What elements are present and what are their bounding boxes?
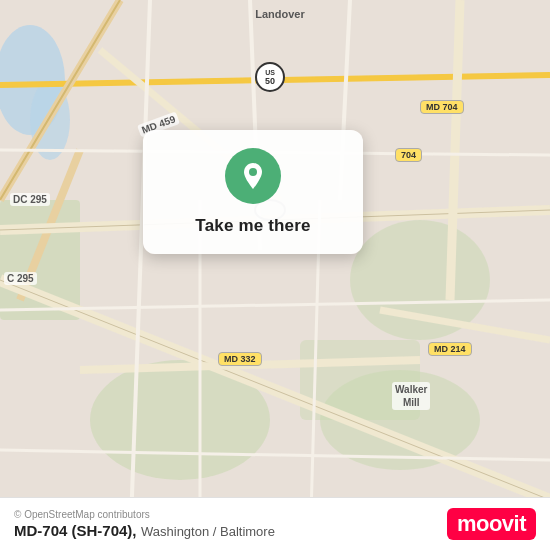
walker-mill-label: WalkerMill bbox=[392, 382, 430, 410]
moovit-logo: moovit bbox=[447, 508, 536, 540]
pin-icon bbox=[225, 148, 281, 204]
bottom-bar: © OpenStreetMap contributors MD-704 (SH-… bbox=[0, 497, 550, 550]
md214-badge: MD 214 bbox=[428, 342, 472, 356]
bottom-left: © OpenStreetMap contributors MD-704 (SH-… bbox=[14, 509, 275, 540]
copyright-text: © OpenStreetMap contributors bbox=[14, 509, 275, 520]
location-card: Take me there bbox=[143, 130, 363, 254]
svg-point-4 bbox=[350, 220, 490, 340]
md704-badge: MD 704 bbox=[420, 100, 464, 114]
map-container: Landover US 50 MD 704 704 MD 214 MD 332 … bbox=[0, 0, 550, 550]
704-badge: 704 bbox=[395, 148, 422, 162]
svg-text:Landover: Landover bbox=[255, 8, 305, 20]
us50-badge: US 50 bbox=[255, 62, 285, 92]
svg-point-31 bbox=[249, 168, 257, 176]
location-subtitle: Washington / Baltimore bbox=[141, 524, 275, 539]
md332-badge: MD 332 bbox=[218, 352, 262, 366]
c295-label: C 295 bbox=[4, 272, 37, 285]
dc295-label: DC 295 bbox=[10, 193, 50, 206]
moovit-logo-text: moovit bbox=[447, 508, 536, 540]
location-title: MD-704 (SH-704), bbox=[14, 522, 137, 539]
location-info: MD-704 (SH-704), Washington / Baltimore bbox=[14, 522, 275, 540]
take-me-there-button[interactable]: Take me there bbox=[195, 216, 310, 236]
